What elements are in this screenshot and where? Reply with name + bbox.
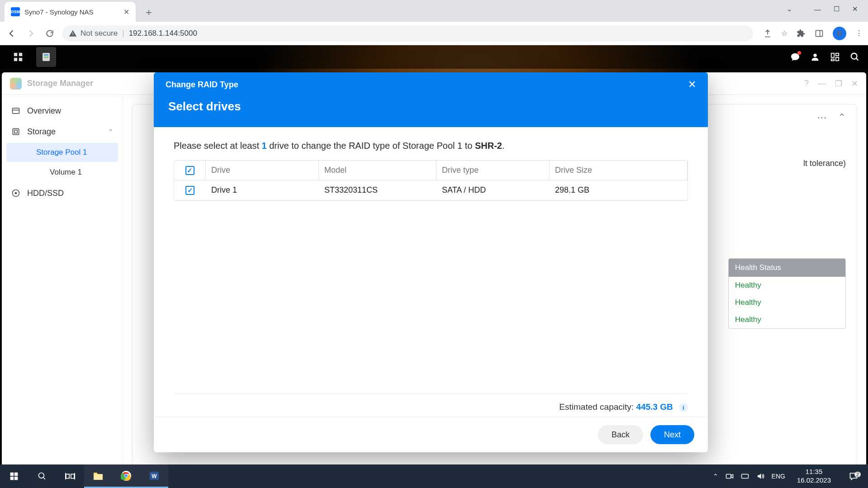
tray-language[interactable]: ENG [772,473,785,480]
svg-rect-0 [816,30,823,36]
security-indicator[interactable]: Not secure [69,29,118,38]
new-tab-button[interactable]: ＋ [141,5,157,20]
target-raid: SHR-2 [475,141,502,151]
svg-rect-32 [94,474,103,480]
select-all-cell[interactable] [174,161,206,180]
tray-chevron-icon[interactable]: ⌃ [713,473,718,480]
text: Please select at least [174,141,262,151]
col-type: Drive type [436,161,550,180]
tab-favicon: DSM [11,7,20,16]
svg-point-26 [39,473,44,479]
tray-date: 16.02.2023 [797,476,831,485]
url-text: 192.168.1.144:5000 [129,29,197,38]
svg-rect-22 [10,473,14,476]
svg-rect-25 [14,477,18,480]
share-icon[interactable] [763,29,772,38]
capacity-value: 445.3 GB [636,402,673,412]
tray-input-icon[interactable] [741,472,749,480]
modal-title: Change RAID Type [166,80,238,90]
search-button[interactable] [28,464,56,488]
svg-line-27 [43,478,45,479]
browser-titlebar: DSM Syno7 - Synology NAS ✕ ＋ ⌄ ― ☐ ✕ [0,0,868,22]
capacity-label: Estimated capacity: [559,402,636,412]
required-count: 1 [262,141,267,151]
tab-title: Syno7 - Synology NAS [24,8,94,16]
modal-header: Change RAID Type ✕ Select drives [154,72,708,127]
taskbar-chrome-icon[interactable] [112,464,140,488]
windows-taskbar: W ⌃ ENG 11:35 16.02.2023 2 [0,464,868,488]
window-controls: ⌄ ― ☐ ✕ [777,0,868,18]
tray-notifications-icon[interactable]: 2 [843,472,864,481]
table-row[interactable]: Drive 1 ST3320311CS SATA / HDD 298.1 GB [174,180,688,200]
col-drive: Drive [206,161,319,180]
window-close-icon[interactable]: ✕ [852,5,858,13]
chrome-menu-icon[interactable]: ⋮ [855,29,863,38]
tab-close-icon[interactable]: ✕ [123,8,129,16]
warning-icon [69,29,77,38]
taskbar-explorer-icon[interactable] [84,464,112,488]
browser-toolbar: Not secure | 192.168.1.144:5000 ☆ D ⋮ [0,22,868,45]
capacity-info-icon[interactable]: i [679,403,688,412]
tray-volume-icon[interactable] [756,472,764,480]
cell-size: 298.1 GB [550,185,688,195]
cell-drive: Drive 1 [206,185,319,195]
start-button[interactable] [0,464,28,488]
tray-clock[interactable]: 11:35 16.02.2023 [792,468,835,485]
reload-button[interactable] [43,27,56,40]
address-bar[interactable]: Not secure | 192.168.1.144:5000 [62,25,753,42]
task-view-button[interactable] [56,464,84,488]
bookmark-icon[interactable]: ☆ [781,29,787,38]
taskbar-word-icon[interactable]: W [140,464,168,488]
tab-search-icon[interactable]: ⌄ [787,5,792,13]
modal-subtitle: Select drives [154,93,708,127]
extensions-icon[interactable] [797,29,806,38]
svg-rect-28 [66,474,69,478]
forward-button[interactable] [24,27,37,40]
tray-time: 11:35 [797,468,831,476]
svg-rect-23 [14,473,18,476]
change-raid-type-modal: Change RAID Type ✕ Select drives Please … [154,72,708,452]
modal-close-icon[interactable]: ✕ [688,79,696,90]
col-model: Model [319,161,436,180]
svg-rect-38 [726,474,731,479]
modal-body: Please select at least 1 drive to change… [154,127,708,417]
back-button[interactable] [5,27,18,40]
svg-text:W: W [152,473,157,479]
modal-instruction: Please select at least 1 drive to change… [174,141,688,151]
notification-badge: 2 [854,472,861,477]
estimated-capacity: Estimated capacity: 445.3 GB i [174,393,688,412]
security-label: Not secure [81,29,118,38]
back-button[interactable]: Back [598,425,643,444]
cell-type: SATA / HDD [436,185,550,195]
modal-footer: Back Next [154,417,708,452]
table-header-row: Drive Model Drive type Drive Size [174,161,688,180]
dsm-desktop: Storage Manager ? ― ❐ ✕ Overview Sto [0,45,868,488]
row-checkbox[interactable] [185,186,194,195]
sidepanel-icon[interactable] [815,29,824,38]
select-all-checkbox[interactable] [185,166,194,175]
svg-rect-24 [10,477,14,480]
browser-tab[interactable]: DSM Syno7 - Synology NAS ✕ [5,2,136,22]
text: . [502,141,505,151]
profile-avatar[interactable]: D [833,27,846,40]
drive-table: Drive Model Drive type Drive Size Drive … [174,160,688,201]
cell-model: ST3320311CS [319,185,436,195]
next-button[interactable]: Next [650,425,694,444]
tray-meet-now-icon[interactable] [726,472,734,480]
svg-rect-39 [741,474,748,479]
text: drive to change the RAID type of Storage… [267,141,475,151]
window-maximize-icon[interactable]: ☐ [834,5,840,13]
svg-rect-29 [71,474,74,478]
window-minimize-icon[interactable]: ― [814,5,821,13]
col-size: Drive Size [550,161,688,180]
